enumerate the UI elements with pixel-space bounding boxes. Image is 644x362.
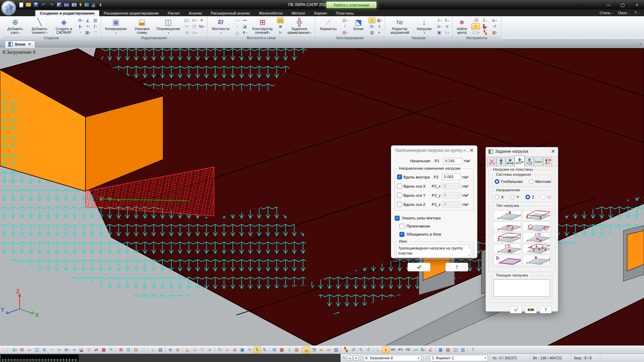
marker-icon[interactable]: ▸	[376, 29, 383, 35]
rotate-frame-icon[interactable]: ↺	[365, 346, 372, 353]
redo-icon[interactable]: ↷	[48, 1, 55, 8]
front-view-icon[interactable]: ◫	[33, 346, 41, 353]
options-icon[interactable]: ∗	[224, 346, 231, 353]
panel-view-icon[interactable]: ▤	[157, 346, 164, 353]
paint-icon[interactable]: ✎	[107, 346, 115, 353]
close-button[interactable]: ×	[630, 0, 644, 9]
add-element-button[interactable]: ╲ Добавить элемент▾	[28, 17, 51, 36]
palette-icon[interactable]: ▦	[490, 29, 499, 35]
help-button[interactable]: ?	[445, 263, 468, 271]
current-load-box[interactable]	[494, 279, 550, 297]
apply-button[interactable]	[407, 263, 430, 271]
temperature-gradient-load-button[interactable]: t ⁰C	[523, 233, 550, 243]
gravity-direction-icon[interactable]: ↓G	[471, 17, 480, 23]
projection-view-icon[interactable]: ◒	[26, 346, 33, 353]
create-in-sapfir-button[interactable]: ◈ Создать в САПФИР	[52, 17, 76, 36]
stiffness-button[interactable]: EI Жесткости ▾	[209, 17, 232, 36]
mesh-select-icon[interactable]: ▦	[100, 346, 107, 353]
orbit-icon[interactable]: ↻	[419, 346, 427, 353]
book-icon[interactable]	[64, 1, 70, 8]
dialog2-close-icon[interactable]: ✕	[551, 148, 555, 154]
building-icon[interactable]: ▤	[92, 17, 99, 23]
customize-qat-icon[interactable]: ⇟	[97, 1, 104, 8]
Металл[interactable]: Металл	[287, 10, 310, 16]
filter-icon[interactable]: ▽	[85, 346, 93, 353]
regen-icon[interactable]: ↻	[216, 346, 224, 353]
plate-link-icon[interactable]: ◪	[241, 23, 248, 29]
global-radio[interactable]	[495, 179, 499, 184]
table-view-icon[interactable]: ▦	[437, 346, 444, 353]
steel-section-icon[interactable]: I	[342, 23, 348, 29]
close-tab-icon[interactable]: ✕	[28, 42, 31, 47]
contextual-tab-group[interactable]: Работа с пластинами	[326, 2, 376, 8]
mirror-frame-icon[interactable]: ⇄	[93, 346, 100, 353]
edit-pen-icon[interactable]: ✎	[369, 17, 375, 23]
xy-plane-icon[interactable]: XY	[397, 346, 404, 353]
rotate-model-icon[interactable]: ↻	[471, 23, 480, 29]
rod-loads-tab[interactable]	[505, 157, 515, 166]
blocks-button[interactable]: ⬔ Блоки	[350, 17, 367, 36]
select-frame-icon[interactable]: ◎	[183, 29, 190, 35]
Пластины[interactable]: Пластины	[331, 10, 358, 16]
isometric-view-icon[interactable]: ◍	[11, 346, 18, 353]
restore-fragment-icon[interactable]: ⊟	[132, 346, 140, 353]
ucs-icon[interactable]: ∠	[427, 346, 434, 353]
delete-results-icon[interactable]: ⇊	[231, 346, 239, 353]
insert-node-icon[interactable]: ▭	[191, 29, 198, 35]
report-icon[interactable]: ▤	[444, 346, 452, 353]
Анализ[interactable]: Анализ	[184, 10, 206, 16]
Кирпич[interactable]: Кирпич	[310, 10, 331, 16]
temperature-field-load-button[interactable]: t ⁰C	[494, 244, 521, 254]
app-logo[interactable]	[1, 0, 16, 16]
tab-list-chevron-icon[interactable]: ⌄	[639, 41, 642, 46]
variant-select[interactable]: 1. Вариант 1 ▾	[430, 355, 488, 361]
edit-loadcase-icon[interactable]: ✎	[343, 356, 346, 360]
dimension-icon[interactable]: L	[191, 346, 199, 353]
hatch-icon[interactable]: ▧	[369, 29, 375, 35]
frame-view-icon[interactable]: ⌂	[149, 346, 157, 353]
document-tab-snow[interactable]: Snow ✕	[5, 41, 35, 48]
show-nodes-icon[interactable]: ⊞	[18, 346, 26, 353]
pack-scheme-button[interactable]: ⬓ Упаковка схемы	[130, 17, 154, 36]
node-loads-tab[interactable]	[496, 157, 505, 166]
plane-select-icon[interactable]: ▱	[412, 346, 419, 353]
draw-options-icon[interactable]: ◑	[70, 346, 78, 353]
line-load-icon[interactable]: ⇊	[436, 23, 443, 29]
numbering-icon[interactable]: 1.2	[471, 29, 480, 35]
load-name-input[interactable]: Трапециевидная нагрузка на группу пласти…	[397, 245, 467, 257]
previous-loadcase-button[interactable]: ▲	[347, 355, 352, 361]
dialog2-help-button[interactable]: ?	[540, 306, 552, 313]
frame-icon[interactable]: ⊞	[77, 17, 84, 23]
model-viewport[interactable]: Z X Y 8.Загружение 8 Трапециевидная нагр…	[0, 48, 644, 345]
stiffness-table-icon[interactable]: ⊞	[277, 23, 284, 29]
pack-scheme-icon[interactable]: ▣	[239, 346, 246, 353]
temperature-load-icon[interactable]: ↯	[443, 17, 450, 23]
area-trapezoid-load-button[interactable]	[494, 233, 521, 243]
along-y-checkbox[interactable]	[397, 193, 402, 198]
loads-button[interactable]: ↓ Нагрузки ▾	[414, 17, 435, 36]
dome-icon[interactable]: ◔	[77, 29, 84, 35]
table-icon[interactable]: ▦	[376, 17, 383, 23]
x-radio[interactable]	[495, 195, 499, 199]
uniform-load-button[interactable]	[494, 210, 521, 220]
pressure-load-icon[interactable]: ⇉	[443, 23, 450, 29]
find-center-button[interactable]: ∗ Найти центр	[454, 17, 470, 36]
align-normals-icon[interactable]: ⇅	[261, 346, 268, 353]
formula-icon[interactable]: ƒ	[92, 23, 99, 29]
node-load-icon[interactable]: ⇓	[436, 17, 443, 23]
mosaic-icon[interactable]: ▚	[481, 29, 490, 35]
column-icon[interactable]: ▮	[77, 23, 84, 29]
copy-loads-icon[interactable]: ▣	[436, 29, 443, 35]
next-loadcase-button[interactable]: ▼	[353, 355, 359, 361]
confirm-button-disabled[interactable]	[510, 306, 522, 313]
solid-mode-icon[interactable]: ⬓	[303, 346, 310, 353]
projective-checkbox[interactable]	[399, 224, 404, 229]
grid-view-icon[interactable]: ⌗	[55, 346, 63, 353]
Расширенный анализ[interactable]: Расширенный анализ	[206, 10, 254, 16]
yz-plane-icon[interactable]: YZ	[404, 346, 412, 353]
temperature-loads-tab[interactable]: t	[543, 157, 552, 166]
refresh-swirl-icon[interactable]: ↺	[350, 346, 357, 353]
along-vector-checkbox[interactable]	[397, 174, 402, 179]
y-radio[interactable]	[510, 195, 515, 199]
loadcase-editor-button[interactable]: № Редактор загружений	[387, 17, 413, 36]
